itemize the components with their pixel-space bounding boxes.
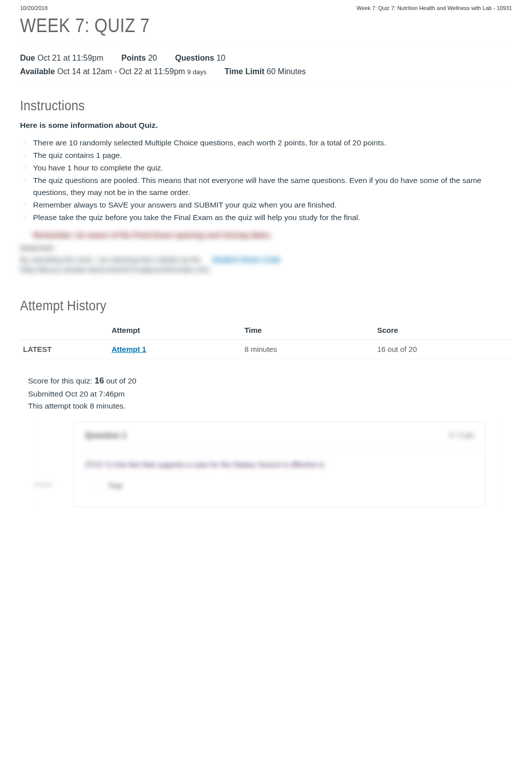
- duration-line: This attempt took 8 minutes.: [28, 400, 512, 413]
- quiz-meta: Due Oct 21 at 11:59pm Points 20 Question…: [20, 46, 512, 84]
- history-col-score: Score: [374, 321, 512, 340]
- question-title: Question 1: [85, 431, 127, 440]
- attempt-score: 16 out of 20: [374, 340, 512, 359]
- blurred-goodluck: Good luck!: [20, 244, 512, 252]
- score-prefix: Score for this quiz:: [28, 376, 95, 385]
- history-col-blank: [20, 321, 109, 340]
- print-header: 10/20/2018 Week 7: Quiz 7: Nutrition Hea…: [0, 0, 532, 15]
- question-container: Correct! Question 1 2 / 2 pts (TCO 7) On…: [34, 422, 501, 507]
- meta-questions-value: 10: [216, 54, 225, 62]
- latest-badge: LATEST: [20, 340, 109, 359]
- instructions-list: There are 10 randomly selected Multiple …: [20, 137, 512, 224]
- blurred-honor-url: (http://devryu.okstate.edu/content/07/su…: [20, 266, 512, 274]
- instructions-item: The quiz contains 1 page.: [33, 149, 512, 161]
- score-summary: Score for this quiz: 16 out of 20 Submit…: [28, 374, 512, 413]
- blurred-honor-link: Student Honor Code: [212, 256, 281, 264]
- radio-icon: [96, 482, 103, 489]
- question-card: Question 1 2 / 2 pts (TCO 7) One fact th…: [74, 422, 485, 507]
- print-course-title: Week 7: Quiz 7: Nutrition Health and Wel…: [357, 5, 512, 11]
- instructions-heading: Instructions: [20, 98, 453, 114]
- meta-available-days: 9 days: [187, 68, 206, 76]
- meta-due-value: Oct 21 at 11:59pm: [38, 54, 104, 62]
- meta-points: Points 20: [121, 51, 157, 65]
- instructions-item: There are 10 randomly selected Multiple …: [33, 137, 512, 149]
- attempt-history-table: Attempt Time Score LATEST Attempt 1 8 mi…: [20, 321, 512, 359]
- score-value: 16: [95, 376, 104, 385]
- meta-timelimit-label: Time Limit: [224, 67, 264, 76]
- meta-points-value: 20: [148, 54, 157, 62]
- submitted-line: Submitted Oct 20 at 7:46pm: [28, 388, 512, 401]
- instructions-item: Please take the quiz before you take the…: [33, 212, 512, 224]
- meta-available-value: Oct 14 at 12am - Oct 22 at 11:59pm: [57, 67, 185, 76]
- attempt-history-heading: Attempt History: [20, 298, 453, 314]
- correct-tag: Correct!: [35, 482, 53, 487]
- attempt-link[interactable]: Attempt 1: [112, 345, 146, 353]
- blurred-reminder: Remember: be aware of the Final Exam ope…: [33, 231, 512, 239]
- page-title: WEEK 7: QUIZ 7: [20, 15, 453, 37]
- history-col-attempt: Attempt: [109, 321, 241, 340]
- question-text: (TCO 7) One fact that supports a case fo…: [85, 461, 325, 469]
- attempt-time: 8 minutes: [241, 340, 374, 359]
- blurred-honor-text: By submitting this work, I am attesting …: [20, 256, 200, 264]
- meta-available: Available Oct 14 at 12am - Oct 22 at 11:…: [20, 65, 206, 78]
- meta-questions-label: Questions: [175, 54, 214, 62]
- instructions-item: The quiz questions are pooled. This mean…: [33, 174, 512, 199]
- score-suffix: out of 20: [104, 376, 137, 385]
- blurred-content: Remember: be aware of the Final Exam ope…: [20, 231, 512, 274]
- score-line: Score for this quiz: 16 out of 20: [28, 374, 512, 387]
- meta-due: Due Oct 21 at 11:59pm: [20, 51, 103, 65]
- blurred-honor-line: By submitting this work, I am attesting …: [20, 256, 512, 264]
- history-col-time: Time: [241, 321, 374, 340]
- question-points: 2 / 2 pts: [449, 431, 474, 440]
- answer-text: True: [108, 482, 122, 490]
- meta-available-label: Available: [20, 67, 55, 76]
- instructions-item: Remember always to SAVE your answers and…: [33, 199, 512, 211]
- meta-timelimit-value: 60 Minutes: [267, 67, 306, 76]
- instructions-item: You have 1 hour to complete the quiz.: [33, 162, 512, 174]
- instructions-intro: Here is some information about Quiz.: [20, 121, 512, 130]
- table-row: LATEST Attempt 1 8 minutes 16 out of 20: [20, 340, 512, 359]
- meta-points-label: Points: [121, 54, 146, 62]
- print-date: 10/20/2018: [20, 5, 48, 11]
- answer-option: True: [96, 482, 474, 490]
- meta-due-label: Due: [20, 54, 35, 62]
- meta-questions: Questions 10: [175, 51, 225, 65]
- meta-timelimit: Time Limit 60 Minutes: [224, 65, 306, 78]
